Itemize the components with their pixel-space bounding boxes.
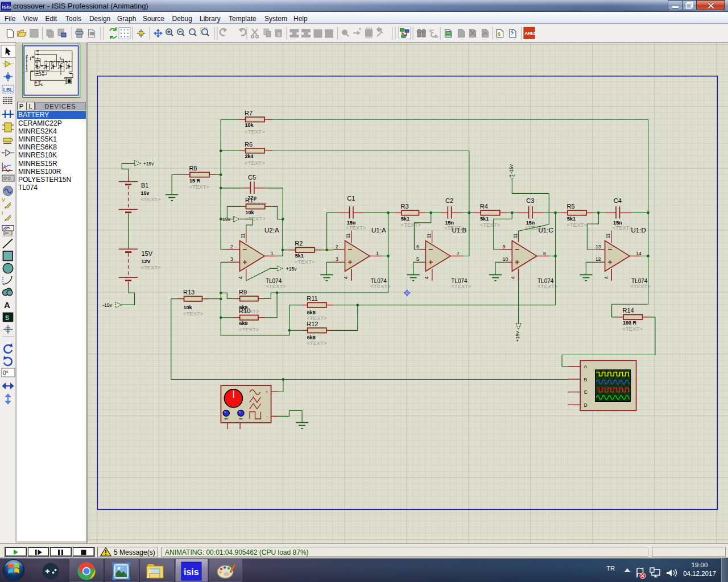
svg-text:R3: R3: [401, 203, 409, 210]
svg-text:7: 7: [457, 251, 460, 256]
svg-text:C2: C2: [445, 197, 453, 204]
svg-text:<TEXT>: <TEXT>: [239, 326, 259, 332]
svg-text:-15v: -15v: [508, 164, 514, 173]
svg-text:I: I: [2, 210, 3, 216]
svg-text:4: 4: [343, 276, 349, 279]
svg-text:<TEXT>: <TEXT>: [346, 225, 366, 231]
svg-text:5: 5: [416, 256, 419, 262]
svg-text:C4: C4: [614, 197, 622, 204]
svg-text:R7: R7: [245, 110, 253, 117]
svg-text:C: C: [584, 389, 588, 395]
svg-text:isis: isis: [2, 3, 11, 10]
svg-text:<TEXT>: <TEXT>: [307, 340, 327, 346]
svg-text:1: 1: [376, 251, 379, 256]
svg-text:15v: 15v: [141, 190, 150, 196]
svg-text:15 R: 15 R: [189, 178, 201, 184]
svg-text:11: 11: [426, 233, 432, 238]
svg-text:11: 11: [512, 233, 518, 238]
svg-text:<TEXT>: <TEXT>: [480, 222, 500, 228]
svg-text:10k: 10k: [246, 210, 255, 215]
svg-text:10k: 10k: [184, 305, 193, 310]
svg-text:<TEXT>: <TEXT>: [623, 326, 643, 332]
svg-text:10k: 10k: [245, 122, 254, 128]
svg-text:5k1: 5k1: [567, 216, 576, 222]
svg-text:3: 3: [230, 256, 233, 262]
svg-text:2: 2: [336, 244, 338, 250]
svg-text:5k1: 5k1: [295, 253, 304, 259]
svg-text:U1:D: U1:D: [631, 227, 646, 234]
svg-text:11: 11: [240, 233, 246, 238]
svg-text:9: 9: [503, 244, 506, 250]
svg-text:A: A: [4, 300, 10, 310]
svg-text:R5: R5: [567, 203, 575, 210]
svg-text:D: D: [584, 402, 588, 408]
svg-text:U1:A: U1:A: [371, 227, 386, 234]
svg-text:ARES: ARES: [525, 31, 537, 36]
svg-text:R11: R11: [307, 295, 317, 302]
svg-text:14: 14: [636, 251, 642, 256]
svg-text:+15v: +15v: [515, 331, 520, 342]
svg-text:15v: 15v: [222, 217, 230, 222]
svg-text:R1: R1: [245, 197, 253, 203]
svg-text:U1:B: U1:B: [452, 227, 467, 234]
svg-text:R8: R8: [189, 165, 197, 172]
svg-text:4: 4: [603, 276, 609, 279]
svg-text:100 R: 100 R: [623, 320, 637, 326]
svg-text:4: 4: [424, 276, 429, 279]
svg-text:<TEXT>: <TEXT>: [189, 184, 209, 190]
svg-text:6k8: 6k8: [307, 335, 316, 340]
svg-text:C5: C5: [248, 174, 256, 181]
svg-text:<TEXT>: <TEXT>: [183, 310, 204, 317]
svg-text:2k4: 2k4: [245, 153, 254, 159]
svg-text:<TEXT>: <TEXT>: [537, 283, 558, 289]
svg-text:6k8: 6k8: [239, 321, 248, 326]
svg-text:+: +: [266, 389, 268, 394]
svg-text:R6: R6: [245, 141, 253, 148]
svg-text:<TEXT>: <TEXT>: [245, 215, 266, 222]
svg-text:<TEXT>: <TEXT>: [266, 283, 287, 289]
svg-text:<TEXT>: <TEXT>: [631, 283, 651, 289]
svg-text:2: 2: [230, 244, 233, 250]
svg-text:-: -: [266, 414, 268, 419]
svg-text:R2: R2: [295, 240, 303, 247]
svg-text:U1:C: U1:C: [539, 227, 553, 234]
svg-text:<TEXT>: <TEXT>: [451, 283, 471, 289]
svg-text:4: 4: [510, 276, 516, 279]
svg-text:R12: R12: [307, 321, 318, 327]
svg-text:12V: 12V: [142, 259, 151, 264]
svg-text:5k1: 5k1: [401, 216, 410, 222]
svg-text:6: 6: [416, 244, 419, 250]
svg-text:R13: R13: [183, 289, 195, 296]
svg-text:1: 1: [271, 251, 274, 256]
svg-text:10: 10: [503, 256, 508, 262]
svg-text:+15v: +15v: [286, 266, 297, 272]
svg-text:<TEXT>: <TEXT>: [295, 259, 315, 265]
svg-text:8: 8: [543, 251, 546, 256]
svg-text:LBL: LBL: [3, 87, 14, 93]
svg-text:A: A: [584, 364, 588, 369]
svg-text:B1: B1: [141, 182, 148, 189]
svg-text:V: V: [2, 197, 5, 203]
svg-text:$: $: [498, 31, 500, 37]
svg-text:<TEXT>: <TEXT>: [567, 222, 588, 228]
svg-text:R4: R4: [480, 203, 488, 210]
svg-text:12: 12: [595, 256, 601, 262]
svg-text:S: S: [5, 314, 9, 321]
svg-text:11: 11: [345, 233, 351, 238]
svg-text:R14: R14: [623, 307, 634, 314]
svg-text:R10: R10: [239, 307, 250, 314]
svg-text:0°: 0°: [3, 370, 9, 376]
svg-text:15V: 15V: [142, 250, 153, 257]
svg-text:4: 4: [238, 276, 243, 279]
svg-text:3: 3: [336, 256, 338, 262]
svg-text:R9: R9: [239, 289, 247, 296]
svg-text:5k1: 5k1: [480, 216, 489, 222]
svg-text:11: 11: [605, 233, 611, 238]
svg-text:<TEXT>: <TEXT>: [245, 128, 265, 135]
svg-text:U2:A: U2:A: [264, 227, 279, 234]
svg-text:-15v: -15v: [103, 302, 113, 308]
svg-text:<TEXT>: <TEXT>: [245, 160, 265, 166]
svg-text:<TEXT>: <TEXT>: [613, 225, 633, 231]
svg-text:13: 13: [595, 244, 601, 250]
svg-text:B: B: [584, 377, 588, 383]
